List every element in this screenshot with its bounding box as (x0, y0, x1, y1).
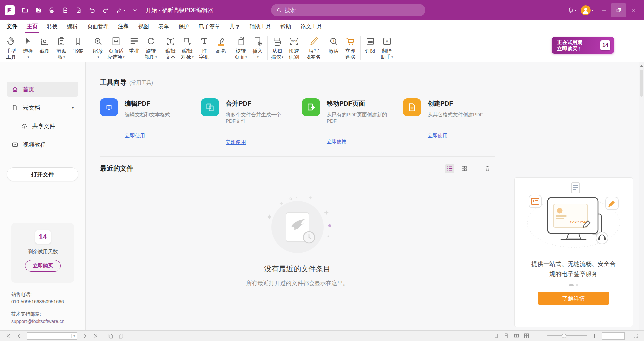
menu-view[interactable]: 视图 (133, 20, 154, 33)
menu-paper-tools[interactable]: 论文工具 (296, 20, 327, 33)
fit-screen-button[interactable] (633, 333, 639, 339)
account-menu[interactable]: ▾ (581, 5, 593, 15)
search-bar[interactable] (271, 4, 425, 16)
zoom-slider-thumb[interactable] (562, 334, 566, 338)
menu-esign[interactable]: 电子签章 (194, 20, 225, 33)
ribbon-tool-fill-sign[interactable]: 填写 &签名 (306, 35, 322, 60)
scrollbar-thumb[interactable] (640, 70, 643, 97)
sidebar-item-home[interactable]: 首页 (7, 82, 78, 97)
menu-home[interactable]: 主页 (22, 20, 42, 33)
toolbar-more-chevron-icon[interactable] (129, 4, 140, 17)
menu-share[interactable]: 共享 (225, 20, 245, 33)
redo-icon[interactable] (99, 4, 112, 17)
ribbon-tool-rotate-pages[interactable]: 旋转 页面▾ (232, 35, 249, 60)
ribbon-tool-typewriter[interactable]: 打 字机 (196, 35, 213, 60)
trial-banner[interactable]: 正在试用期 立即购买！ 14 (552, 37, 614, 54)
save-icon[interactable] (32, 4, 45, 17)
card-move-pdf-pages[interactable]: 移动PDF页面 从已有的PDF页面创建新的PDF 立即使用 (293, 98, 394, 146)
ribbon-tool-edit-object[interactable]: 编辑 对象▾ (179, 35, 196, 60)
print-icon[interactable] (45, 4, 58, 17)
learn-more-button[interactable]: 了解详情 (538, 292, 609, 305)
list-view-button[interactable] (445, 164, 454, 173)
ribbon-tool-clipboard[interactable]: 剪贴 板▾ (53, 35, 70, 60)
carousel-dots[interactable] (569, 284, 578, 286)
ribbon-tool-highlight[interactable]: 高亮 (213, 35, 229, 54)
clear-recent-trash-button[interactable] (483, 164, 492, 173)
card-create-pdf[interactable]: 创建PDF 从其它格式文件创建PDF 立即使用 (394, 98, 495, 146)
ribbon-tool-edit-text[interactable]: 编辑 文本 (162, 35, 179, 60)
grid-view-button[interactable] (459, 164, 469, 173)
next-view-button[interactable] (118, 333, 124, 339)
scroll-up-arrow-icon[interactable] (640, 65, 643, 67)
ribbon-tool-insert[interactable]: 插入 ▾ (249, 35, 266, 60)
zoom-slider[interactable] (547, 335, 587, 336)
page-number-input[interactable] (27, 333, 71, 338)
carousel-dot-active[interactable] (569, 284, 574, 286)
ribbon-tool-translate[interactable]: A 翻译 助手▾ (379, 35, 395, 60)
ribbon-tool-zoom[interactable]: 缩放 ▾ (90, 35, 106, 60)
sidebar-item-shared-files[interactable]: 共享文件 (7, 119, 78, 133)
expand-caret-icon[interactable]: ▾ (72, 106, 74, 110)
menu-file[interactable]: 文件 (2, 20, 22, 33)
ribbon-tool-reflow[interactable]: 重排 (126, 35, 143, 54)
menu-accessibility[interactable]: 辅助工具 (245, 20, 276, 33)
facing-continuous-view-button[interactable] (524, 333, 529, 339)
single-page-view-button[interactable] (493, 333, 499, 339)
menu-convert[interactable]: 转换 (42, 20, 62, 33)
ribbon-tool-subscribe[interactable]: 订阅 (362, 35, 379, 54)
menu-protect[interactable]: 保护 (174, 20, 194, 33)
menu-comment[interactable]: 注释 (113, 20, 133, 33)
previous-page-button[interactable] (16, 333, 22, 339)
card-edit-pdf[interactable]: 编辑PDF 编辑文档和文本格式 立即使用 (100, 98, 192, 146)
ribbon-tool-buy[interactable]: 立即 购买 (342, 35, 359, 60)
use-now-link[interactable]: 立即使用 (226, 139, 246, 146)
zoom-in-button[interactable] (592, 333, 597, 339)
use-now-link[interactable]: 立即使用 (327, 138, 347, 145)
menu-page-organize[interactable]: 页面管理 (83, 20, 113, 33)
ribbon-tool-ocr[interactable]: OCR 快速 识别 (286, 35, 303, 60)
use-now-link[interactable]: 立即使用 (428, 133, 448, 139)
buy-now-button[interactable]: 立即购买 (25, 260, 61, 272)
close-button[interactable] (626, 3, 641, 17)
open-file-icon[interactable] (18, 4, 32, 17)
minimize-button[interactable] (596, 3, 611, 17)
zoom-level-box[interactable] (602, 332, 625, 340)
use-now-link[interactable]: 立即使用 (125, 133, 145, 139)
ribbon-tool-fit-options[interactable]: 页面适 应选项▾ (106, 35, 126, 60)
support-email-link[interactable]: support@foxitsoftware.cn (11, 318, 64, 325)
open-file-button[interactable]: 打开文件 (7, 167, 78, 181)
dropdown-caret-icon[interactable]: ▾ (71, 334, 77, 338)
page-number-box[interactable]: ▾ (27, 332, 77, 340)
ribbon-tool-select[interactable]: 选择 ▾ (19, 35, 36, 60)
restore-window-button[interactable] (611, 3, 626, 17)
ribbon-tool-bookmark[interactable]: 书签 (70, 35, 87, 54)
search-input[interactable] (285, 7, 420, 13)
ribbon-tool-scanner[interactable]: 从扫 描仪▾ (269, 35, 286, 60)
card-merge-pdf[interactable]: 合并PDF 将多个文件合并生成一个PDF文件 立即使用 (192, 98, 293, 146)
new-doc-icon[interactable] (72, 4, 85, 17)
trial-banner-line2: 立即购买！ (557, 45, 582, 52)
first-page-button[interactable] (5, 333, 11, 339)
menu-edit[interactable]: 编辑 (62, 20, 83, 33)
last-page-button[interactable] (93, 333, 99, 339)
ribbon-tool-activate[interactable]: 激活 (325, 35, 342, 54)
zoom-level-input[interactable] (602, 333, 624, 339)
undo-icon[interactable] (85, 4, 99, 17)
ribbon-tool-hand[interactable]: 手型 工具 (3, 35, 19, 60)
previous-view-button[interactable] (108, 333, 113, 339)
menu-form[interactable]: 表单 (154, 20, 174, 33)
next-page-button[interactable] (82, 333, 88, 339)
export-doc-icon[interactable] (58, 4, 72, 17)
menu-help[interactable]: 帮助 (276, 20, 296, 33)
continuous-view-button[interactable] (503, 333, 509, 339)
quick-sign-icon[interactable]: ▾ (112, 4, 129, 17)
notifications-bell-icon[interactable]: ▾ (564, 4, 579, 17)
sidebar-item-cloud-docs[interactable]: 云文档 ▾ (7, 100, 78, 115)
ribbon-tool-snapshot[interactable]: 截图 (36, 35, 53, 54)
zoom-out-button[interactable] (537, 333, 543, 339)
content-scrollbar[interactable] (639, 62, 644, 330)
ribbon-tool-rotate-view[interactable]: 旋转 视图▾ (143, 35, 159, 60)
carousel-dot[interactable] (576, 284, 578, 286)
sidebar-item-video-tutorials[interactable]: 视频教程 (7, 137, 78, 152)
facing-view-button[interactable] (514, 333, 519, 339)
